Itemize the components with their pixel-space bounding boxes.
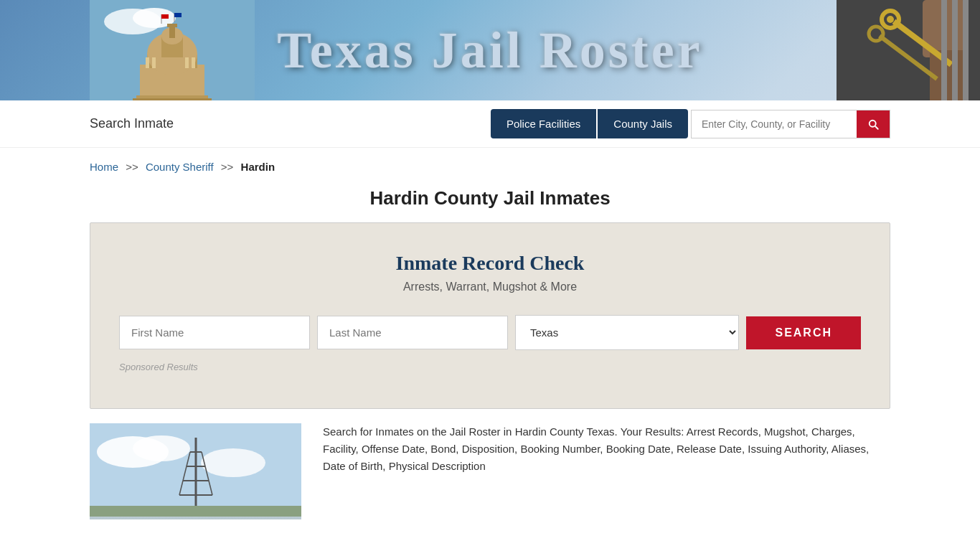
search-inmate-label: Search Inmate xyxy=(90,116,174,131)
facility-image xyxy=(90,423,301,519)
svg-point-34 xyxy=(201,448,265,477)
record-check-subtitle: Arrests, Warrant, Mugshot & More xyxy=(119,281,861,293)
breadcrumb-home[interactable]: Home xyxy=(90,161,118,173)
breadcrumb-county-sheriff[interactable]: County Sheriff xyxy=(146,161,214,173)
capitol-image xyxy=(90,0,255,100)
nav-bar: Search Inmate Police Facilities County J… xyxy=(0,100,980,148)
svg-rect-9 xyxy=(167,24,177,27)
breadcrumb-current: Hardin xyxy=(241,161,275,173)
svg-rect-11 xyxy=(152,57,156,68)
svg-rect-17 xyxy=(161,14,169,19)
record-search-button[interactable]: SEARCH xyxy=(746,316,861,349)
svg-rect-19 xyxy=(174,13,182,17)
record-check-box: Inmate Record Check Arrests, Warrant, Mu… xyxy=(90,222,890,409)
svg-point-33 xyxy=(133,435,190,461)
nav-right: Police Facilities County Jails xyxy=(491,109,890,138)
svg-rect-44 xyxy=(90,506,301,517)
tower-image xyxy=(90,423,301,517)
county-jails-button[interactable]: County Jails xyxy=(598,109,688,138)
search-icon xyxy=(867,118,880,131)
page-title: Hardin County Jail Inmates xyxy=(0,180,980,222)
svg-rect-10 xyxy=(146,57,149,68)
first-name-input[interactable] xyxy=(119,316,310,349)
facility-search-input[interactable] xyxy=(692,111,857,137)
svg-point-25 xyxy=(887,16,894,23)
nav-search-wrap xyxy=(691,110,890,138)
svg-rect-15 xyxy=(133,98,212,100)
sponsored-results-label: Sponsored Results xyxy=(119,362,861,372)
record-check-title: Inmate Record Check xyxy=(119,252,861,275)
last-name-input[interactable] xyxy=(317,316,508,349)
bottom-description: Search for Inmates on the Jail Roster in… xyxy=(323,423,890,519)
svg-rect-14 xyxy=(136,95,208,98)
record-check-form: AlabamaAlaskaArizonaArkansasCaliforniaCo… xyxy=(119,315,861,350)
police-facilities-button[interactable]: Police Facilities xyxy=(491,109,596,138)
breadcrumb-sep1: >> xyxy=(126,161,138,173)
state-select[interactable]: AlabamaAlaskaArizonaArkansasCaliforniaCo… xyxy=(515,315,739,350)
header-banner: Texas Jail Roster xyxy=(0,0,980,100)
svg-rect-13 xyxy=(192,57,195,68)
bottom-section: Search for Inmates on the Jail Roster in… xyxy=(0,423,980,519)
breadcrumb: Home >> County Sheriff >> Hardin xyxy=(0,148,980,180)
banner-keys-image xyxy=(837,0,980,100)
breadcrumb-sep2: >> xyxy=(221,161,234,173)
svg-rect-12 xyxy=(185,57,189,68)
facility-search-button[interactable] xyxy=(857,110,890,138)
banner-title: Texas Jail Roster xyxy=(277,21,702,80)
